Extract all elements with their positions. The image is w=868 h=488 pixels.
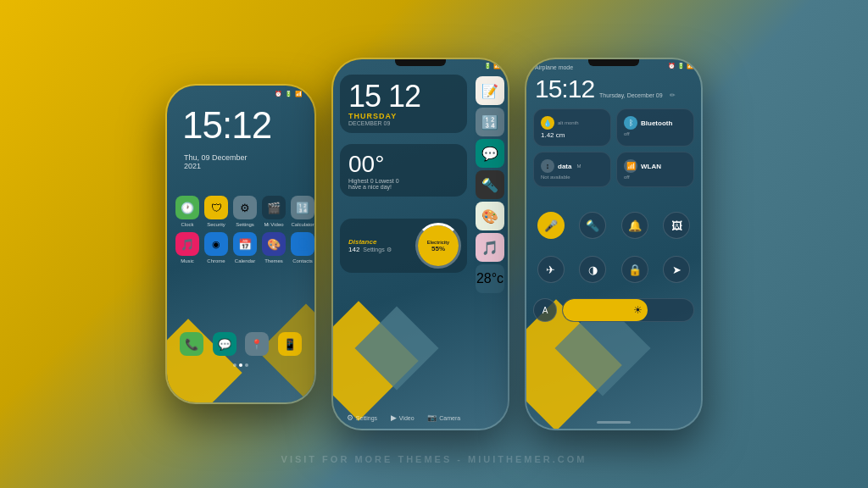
camera-label: Camera: [439, 415, 460, 421]
side-app-calc[interactable]: 🔢: [476, 108, 504, 136]
list-item[interactable]: 👤 Contacts: [291, 232, 314, 263]
p3-tile-bluetooth[interactable]: ᛒ Bluetooth off: [616, 108, 694, 147]
phone-1: ⏰ 🔋 📶 15:12 Thu, 09 December 2021 🕐 Cloc…: [165, 84, 316, 404]
p3-airplane-btn[interactable]: ✈: [537, 256, 565, 283]
p3-edit-icon[interactable]: ✏: [670, 92, 676, 99]
app-icon-calculator[interactable]: 🔢: [291, 196, 314, 219]
app-label: Calculator: [291, 222, 314, 227]
p3-time-row: 15:12 Thursday, December 09 ✏: [535, 75, 693, 103]
side-app-theme[interactable]: 🎨: [476, 202, 504, 230]
p3-tile-wlan[interactable]: 📶 WLAN off: [616, 152, 694, 187]
data-icon: ↕: [541, 159, 554, 173]
side-app-weather[interactable]: 28°c: [476, 264, 504, 293]
phone-3: Airplane mode ⏰ 🔋 📶 15:12 Thursday, Dece…: [525, 58, 703, 430]
signal-icon: 📶: [295, 91, 303, 97]
p2-weather-sub: have a nice day!: [348, 184, 459, 190]
app-label: Contacts: [292, 258, 313, 263]
p2-temperature: 00°: [348, 151, 459, 178]
app-label: Settings: [236, 222, 254, 227]
side-app-chat[interactable]: 💬: [476, 139, 504, 168]
list-item[interactable]: 📅 Calendar: [233, 232, 257, 263]
dock-app-camera[interactable]: 📍: [245, 332, 269, 356]
p2-settings-btn[interactable]: ⚙ Settings: [347, 413, 377, 422]
play-icon: ▶: [391, 413, 397, 422]
dock-app-files[interactable]: 📱: [278, 332, 302, 356]
bluetooth-icon: ᛒ: [624, 116, 637, 130]
app-icon-contacts[interactable]: 👤: [291, 232, 314, 256]
p2-video-btn[interactable]: ▶ Video: [391, 413, 415, 422]
app-icon-calendar[interactable]: 📅: [233, 232, 257, 256]
p3-brightness-slider[interactable]: ☀: [562, 298, 694, 322]
p3-brightness-btn[interactable]: ◑: [579, 256, 606, 283]
p3-brightness-fill: ☀: [563, 299, 648, 321]
p3-wlan-sub: off: [624, 175, 687, 180]
p3-mic-btn[interactable]: 🎤: [537, 212, 565, 239]
list-item[interactable]: 🕐 Clock: [175, 196, 199, 227]
p2-time-widget: 15 12 THURSDAY DECEMBER 09: [340, 75, 467, 133]
p2-distance-widget: Distance 142 Settings ⚙ Electricity 55%: [340, 219, 467, 273]
p3-flashlight-btn[interactable]: 🔦: [579, 212, 606, 239]
p3-bell-btn[interactable]: 🔔: [621, 212, 648, 239]
p2-settings-link[interactable]: Settings ⚙: [363, 247, 391, 253]
app-label: Mi Video: [264, 222, 283, 227]
app-label: Security: [207, 222, 225, 227]
p3-tile-water-header: 💧 alt month: [541, 116, 604, 130]
app-icon-chrome[interactable]: ◉: [204, 232, 228, 256]
phone-3-screen: Airplane mode ⏰ 🔋 📶 15:12 Thursday, Dece…: [526, 59, 701, 429]
p3-lock-btn[interactable]: 🔒: [621, 256, 648, 283]
side-app-music[interactable]: 🎵: [476, 233, 504, 262]
p1-dock: 📞 💬 📍 📱: [167, 332, 314, 356]
list-item[interactable]: 🎬 Mi Video: [262, 196, 286, 227]
app-icon-themes[interactable]: 🎨: [262, 232, 286, 256]
app-icon-security[interactable]: 🛡: [204, 196, 228, 219]
list-item[interactable]: ⚙ Settings: [233, 196, 257, 227]
list-item[interactable]: 🔢 Calculator: [291, 196, 314, 227]
app-icon-music[interactable]: 🎵: [175, 232, 199, 256]
signal-icon: 📶: [493, 63, 501, 69]
dot: [245, 363, 248, 367]
list-item[interactable]: ◉ Chrome: [204, 232, 228, 263]
p2-date: DECEMBER 09: [348, 120, 459, 126]
app-icon-clock[interactable]: 🕐: [175, 196, 199, 219]
p1-status-bar: ⏰ 🔋 📶: [275, 91, 303, 97]
p1-date-line1: Thu, 09 December: [184, 153, 248, 162]
side-app-camera[interactable]: 🔦: [476, 170, 504, 199]
p1-date: Thu, 09 December 2021: [184, 153, 248, 170]
sun-icon: ☀: [633, 304, 643, 316]
p3-tile-data[interactable]: ↕ data M Not available: [533, 152, 611, 187]
dot-active: [239, 363, 242, 367]
app-label: Chrome: [207, 258, 225, 263]
app-label: Music: [181, 258, 194, 263]
wifi-icon: 📶: [624, 159, 637, 173]
p3-quick-row1: 🎤 🔦 🔔 🖼: [533, 212, 694, 239]
p3-date: Thursday, December 09: [599, 92, 663, 98]
phone-1-screen: ⏰ 🔋 📶 15:12 Thu, 09 December 2021 🕐 Cloc…: [167, 86, 314, 402]
list-item[interactable]: 🛡 Security: [204, 196, 228, 227]
p3-bluetooth-sub: off: [624, 131, 687, 136]
p3-time: 15:12: [535, 75, 594, 103]
p3-auto-btn[interactable]: A: [533, 298, 557, 322]
list-item[interactable]: 🎵 Music: [175, 232, 199, 263]
app-icon-settings[interactable]: ⚙: [233, 196, 257, 219]
p3-tile-water[interactable]: 💧 alt month 1.42 cm: [533, 108, 611, 147]
p3-screen-btn[interactable]: 🖼: [663, 212, 690, 239]
p3-data-extra: M: [576, 164, 581, 169]
p3-tile-bluetooth-header: ᛒ Bluetooth: [624, 116, 687, 130]
p3-tile-data-header: ↕ data M: [541, 159, 604, 173]
side-app-notes[interactable]: 📝: [476, 76, 504, 105]
app-icon-mivideo[interactable]: 🎬: [262, 196, 286, 219]
watermark: VISIT FOR MORE THEMES - MIUITHEMER.COM: [281, 454, 587, 464]
dock-app-phone[interactable]: 📞: [180, 332, 203, 356]
dock-app-messages[interactable]: 💬: [213, 332, 236, 356]
p2-distance-label: Distance: [348, 238, 418, 246]
p3-location-btn[interactable]: ➤: [663, 256, 690, 283]
list-item[interactable]: 🎨 Themes: [262, 232, 286, 263]
p2-weather-high-low: Highest 0 Lowest 0: [348, 178, 459, 184]
phone-2-screen: 🔋 📶 15 12 THURSDAY DECEMBER 09 00° Highe…: [333, 59, 508, 429]
p3-wlan-label: WLAN: [641, 163, 661, 170]
p3-home-indicator: [597, 421, 631, 424]
p2-distance-value: 142: [348, 246, 359, 253]
p2-camera-btn[interactable]: 📷 Camera: [427, 413, 460, 422]
p2-side-strip: 📝 🔢 💬 🔦 🎨 🎵 28°c: [472, 73, 508, 297]
camera-icon: 📷: [427, 413, 437, 422]
